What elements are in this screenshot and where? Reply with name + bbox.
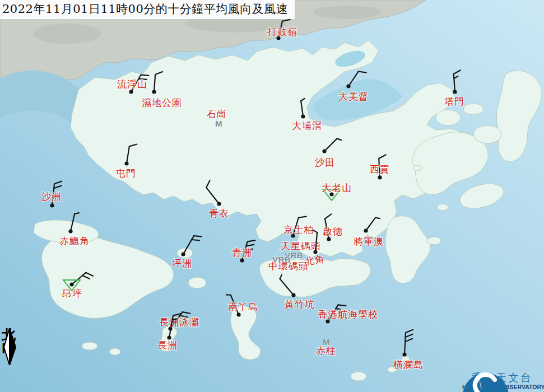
station-label: 赤鱲角 [59, 235, 90, 246]
station-label: 打鼓嶺 [267, 26, 297, 38]
station-label: 流浮山 [117, 78, 147, 90]
station-label: 沙田 [315, 157, 335, 168]
station-label: 香港航海學校 [318, 309, 378, 320]
station-label: 啟德 [323, 226, 343, 237]
wind-barb-feather [375, 218, 380, 219]
hko-logo-icon [462, 372, 509, 392]
station-label: 石崗 [207, 108, 227, 119]
station-label: 將軍澳 [354, 236, 384, 247]
wind-barb-feather [141, 75, 149, 76]
station-label: 坪洲 [172, 258, 192, 269]
wind-map-screenshot: 打鼓嶺流浮山濕地公園石崗M大美督塔門大埔滘沙田屯門西貢沙洲大老山青衣赤鱲角京士柏… [0, 0, 544, 392]
station-dot [129, 90, 133, 94]
station-dot [236, 312, 240, 316]
station-label: 天星碼頭 [281, 240, 321, 251]
station-dot [124, 161, 128, 165]
station-label: 沙洲 [41, 191, 62, 202]
station-dot [69, 282, 73, 286]
station-dot [240, 258, 244, 262]
station-label: 橫瀾島 [393, 359, 424, 370]
station-label: 黃竹坑 [285, 298, 315, 310]
station-label: 塔門 [444, 96, 464, 107]
station-label: 屯門 [116, 167, 136, 179]
station-label: 南丫島 [228, 301, 258, 312]
station-dot [364, 228, 368, 232]
north-compass: 北 N [2, 328, 21, 355]
wind-barb-feather [194, 236, 202, 236]
station-dot [322, 149, 326, 153]
station-label: 西貢 [370, 164, 390, 175]
station-label: 大埔滘 [292, 120, 322, 131]
station-dot [378, 175, 382, 179]
station-dot [301, 114, 305, 118]
hko-logo: 香港天文台 HONG KONG OBSERVATORY [462, 372, 542, 391]
station-extra: M [323, 337, 330, 347]
station-label: 濕地公園 [142, 97, 182, 108]
station-label: 昂坪 [62, 288, 82, 299]
station-dot [181, 252, 185, 256]
station-label: 京士柏 [283, 224, 314, 235]
station-dot [291, 293, 295, 297]
station-dot [327, 237, 331, 241]
station-dot [50, 203, 54, 207]
station-label: 大美督 [338, 91, 369, 102]
station-label: 大老山 [322, 182, 352, 193]
station-dot [346, 84, 350, 88]
wind-barb-feather [192, 240, 199, 240]
station-label: 赤柱 [316, 345, 336, 356]
hong-kong-map: 打鼓嶺流浮山濕地公園石崗M大美督塔門大埔滘沙田屯門西貢沙洲大老山青衣赤鱲角京士柏… [0, 0, 544, 392]
station-dot [313, 250, 317, 254]
station-dot [68, 229, 72, 233]
map-title: 2022年11月01日11時00分的十分鐘平均風向及風速 [0, 0, 295, 19]
station-label: 長洲 [157, 339, 178, 351]
station-extra: VRB [272, 255, 291, 264]
station-label: 青衣 [209, 208, 229, 219]
station-label: 青洲 [232, 247, 252, 258]
station-dot [453, 90, 457, 94]
station-dot [402, 352, 406, 356]
compass-needle-icon [2, 328, 17, 365]
station-dot [326, 319, 329, 323]
station-extra: M [215, 119, 222, 128]
station-dot [152, 90, 156, 94]
station-dot [217, 202, 221, 206]
station-label: 長洲泳灘 [159, 316, 199, 328]
